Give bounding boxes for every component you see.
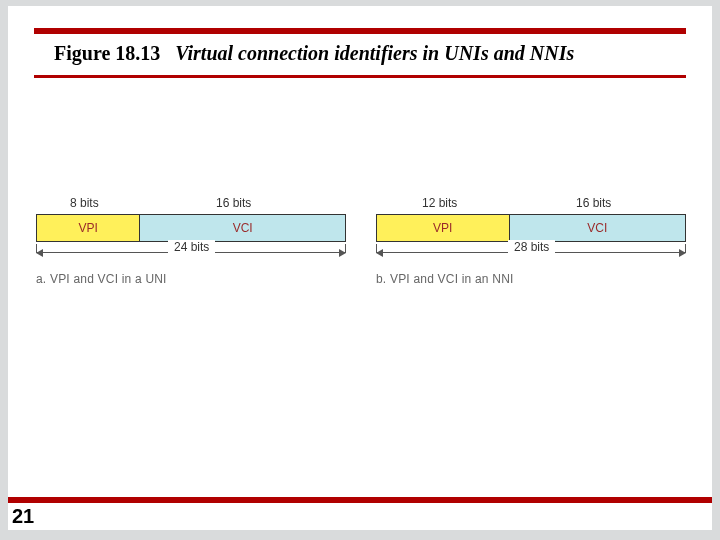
uni-vci-box: VCI <box>140 215 345 241</box>
nni-total-bits: 28 bits <box>508 240 555 254</box>
panel-uni: 8 bits 16 bits VPI VCI 24 bits a. VPI an… <box>36 196 346 286</box>
nni-bits-row: 12 bits 16 bits <box>376 196 686 214</box>
nni-subcaption: b. VPI and VCI in an NNI <box>376 272 686 286</box>
nni-vci-box: VCI <box>510 215 685 241</box>
figure-number: Figure 18.13 <box>54 42 160 64</box>
figure-title: Figure 18.13 Virtual connection identifi… <box>54 42 712 65</box>
uni-vci-bits: 16 bits <box>216 196 251 210</box>
page-number: 21 <box>8 503 712 530</box>
nni-dim-row: 28 bits <box>376 244 686 268</box>
nni-box-row: VPI VCI <box>376 214 686 242</box>
figure-body: 8 bits 16 bits VPI VCI 24 bits a. VPI an… <box>8 78 712 497</box>
slide: Figure 18.13 Virtual connection identifi… <box>8 6 712 530</box>
nni-vpi-bits: 12 bits <box>422 196 457 210</box>
uni-vpi-bits: 8 bits <box>70 196 99 210</box>
top-rule-thick <box>34 28 686 34</box>
uni-total-bits: 24 bits <box>168 240 215 254</box>
nni-vci-bits: 16 bits <box>576 196 611 210</box>
panel-nni: 12 bits 16 bits VPI VCI 28 bits b. VPI a… <box>376 196 686 286</box>
uni-box-row: VPI VCI <box>36 214 346 242</box>
figure-caption: Virtual connection identifiers in UNIs a… <box>175 42 574 64</box>
uni-subcaption: a. VPI and VCI in a UNI <box>36 272 346 286</box>
uni-bits-row: 8 bits 16 bits <box>36 196 346 214</box>
nni-vpi-box: VPI <box>377 215 510 241</box>
uni-vpi-box: VPI <box>37 215 140 241</box>
uni-dim-row: 24 bits <box>36 244 346 268</box>
